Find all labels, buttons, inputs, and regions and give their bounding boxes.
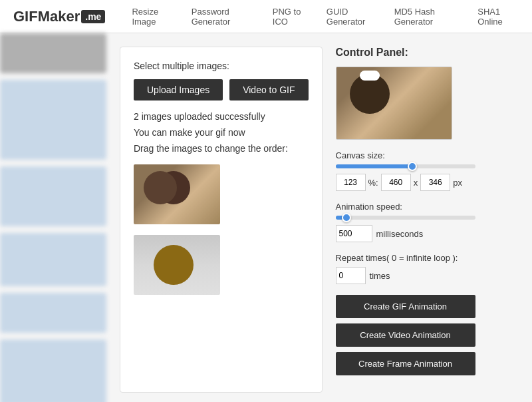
repeat-unit: times	[370, 271, 390, 281]
repeat-value-input[interactable]	[336, 267, 366, 284]
canvas-width-input[interactable]	[381, 174, 411, 191]
sidebar	[0, 33, 106, 402]
canvas-percent-input[interactable]	[336, 174, 366, 191]
speed-value-input[interactable]	[336, 225, 372, 242]
canvas-size-row: %: x px	[336, 174, 475, 191]
animation-speed-section: Animation speed: milliseconds	[336, 202, 475, 242]
animation-speed-label: Animation speed:	[336, 202, 475, 212]
canvas-slider-fill	[336, 164, 413, 168]
logo[interactable]: GIFMaker.me	[13, 8, 105, 25]
button-row: Upload Images Video to GIF	[134, 79, 309, 100]
sidebar-ad-4	[0, 293, 106, 333]
sidebar-ad-5	[0, 339, 106, 402]
info-message: You can make your gif now	[134, 127, 309, 138]
nav-md5-hash[interactable]: MD5 Hash Generator	[394, 7, 462, 27]
action-buttons: Create GIF Animation Create Video Animat…	[336, 295, 475, 375]
success-message: 2 images uploaded successfully	[134, 111, 309, 122]
canvas-size-label: Canvas size:	[336, 150, 475, 160]
upload-area: Select multiple images: Upload Images Vi…	[120, 47, 323, 393]
speed-unit: milliseconds	[376, 229, 424, 239]
canvas-pct-symbol: %:	[368, 178, 378, 188]
create-frame-button[interactable]: Create Frame Animation	[336, 352, 475, 375]
control-panel-title: Control Panel:	[336, 47, 475, 59]
gif-preview	[336, 67, 452, 140]
control-panel: Control Panel: Canvas size: %: x px	[336, 47, 475, 393]
image-list	[134, 164, 309, 295]
canvas-unit: px	[453, 178, 462, 188]
upload-images-button[interactable]: Upload Images	[134, 79, 223, 100]
header: GIFMaker.me Resize Image Password Genera…	[0, 0, 532, 33]
nav-password-generator[interactable]: Password Generator	[192, 7, 257, 27]
main-nav: Resize Image Password Generator PNG to I…	[132, 7, 519, 27]
repeat-times-label: Repeat times( 0 = infinite loop ):	[336, 253, 475, 263]
canvas-slider-track[interactable]	[336, 164, 475, 168]
logo-text: GIFMaker	[13, 8, 80, 25]
drag-message: Drag the images to change the order:	[134, 143, 309, 154]
sidebar-ad-2	[0, 166, 106, 226]
sidebar-ad-1	[0, 80, 106, 160]
select-label: Select multiple images:	[134, 61, 309, 71]
create-video-button[interactable]: Create Video Animation	[336, 323, 475, 347]
speed-row: milliseconds	[336, 225, 475, 242]
speed-slider-track[interactable]	[336, 216, 475, 220]
sidebar-ad-top	[0, 33, 106, 73]
nav-guid-generator[interactable]: GUID Generator	[327, 7, 378, 27]
nav-resize-image[interactable]: Resize Image	[132, 7, 175, 27]
video-to-gif-button[interactable]: Video to GIF	[229, 79, 308, 100]
page-body: Select multiple images: Upload Images Vi…	[0, 33, 532, 402]
repeat-row: times	[336, 267, 475, 284]
logo-badge: .me	[81, 10, 105, 23]
canvas-slider-thumb[interactable]	[408, 162, 417, 171]
sidebar-ad-3	[0, 233, 106, 286]
nav-png-to-ico[interactable]: PNG to ICO	[273, 7, 311, 27]
nav-sha1-online[interactable]: SHA1 Online	[477, 7, 519, 27]
speed-slider-thumb[interactable]	[342, 213, 351, 222]
canvas-height-input[interactable]	[420, 174, 450, 191]
canvas-size-section: Canvas size: %: x px	[336, 150, 475, 191]
uploaded-image-2[interactable]	[134, 235, 220, 295]
repeat-times-section: Repeat times( 0 = infinite loop ): times	[336, 253, 475, 284]
canvas-x-separator: x	[414, 178, 418, 188]
create-gif-button[interactable]: Create GIF Animation	[336, 295, 475, 318]
uploaded-image-1[interactable]	[134, 164, 220, 224]
main-container: Select multiple images: Upload Images Vi…	[106, 33, 489, 402]
